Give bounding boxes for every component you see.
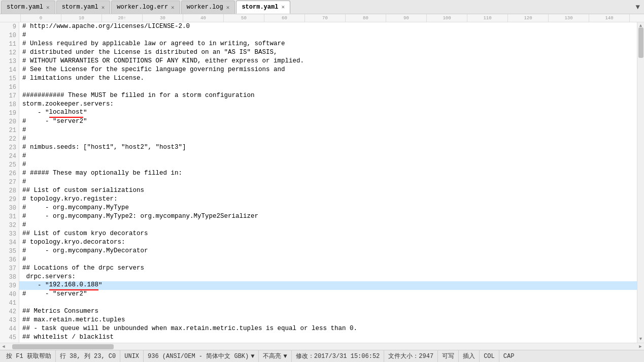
line-number: 11 [0, 40, 19, 48]
code-line[interactable]: ## whitelist / blacklist [19, 333, 637, 342]
code-line[interactable]: # [19, 178, 637, 186]
line-number: 26 [0, 169, 19, 178]
charset-dropdown-icon[interactable]: ▼ [251, 353, 254, 360]
hscroll-thumb[interactable] [12, 344, 114, 349]
line-number: 45 [0, 333, 19, 342]
code-line[interactable]: ## List of custom kryo decorators [19, 229, 637, 238]
code-line[interactable]: # - "server2" [19, 290, 637, 299]
tab-2-close[interactable]: ✕ [101, 4, 105, 11]
status-highlight[interactable]: 不高亮 ▼ [259, 350, 291, 362]
hscroll-right-arrow[interactable]: ▶ [637, 343, 644, 350]
tab-4-close[interactable]: ✕ [226, 4, 230, 11]
code-line[interactable]: # WITHOUT WARRANTIES OR CONDITIONS OF AN… [19, 57, 637, 65]
scrollbar-thumb[interactable] [638, 27, 643, 58]
line-number: 31 [0, 212, 19, 221]
code-line[interactable]: ## Metrics Consumers [19, 307, 637, 316]
tab-5-close[interactable]: ✕ [281, 4, 285, 10]
line-number: 36 [0, 255, 19, 264]
code-area[interactable]: # http://www.apache.org/licenses/LICENSE… [19, 22, 637, 343]
code-line[interactable]: # limitations under the License. [19, 74, 637, 83]
status-bar: 按 F1 获取帮助 行 38, 列 23, C0 UNIX 936 (ANSI/… [0, 350, 644, 362]
code-line[interactable]: storm.zookeeper.servers: [19, 100, 637, 109]
code-line[interactable]: # [19, 255, 637, 264]
tab-bar: storm.yaml ✕ storm.yaml ✕ worker.log.err… [0, 0, 644, 14]
code-line[interactable]: ## - task queue will be unbounded when m… [19, 324, 637, 333]
line-number: 28 [0, 186, 19, 195]
line-number: 9 [0, 22, 19, 31]
hscroll-bar[interactable]: ◀ ▶ [0, 343, 644, 350]
status-writeable: 可写 [438, 350, 459, 362]
line-number: 14 [0, 65, 19, 74]
hscroll-track[interactable] [7, 343, 637, 350]
code-line[interactable]: # distributed under the License is distr… [19, 48, 637, 57]
tab-2[interactable]: storm.yaml ✕ [56, 1, 111, 14]
line-number: 25 [0, 160, 19, 169]
code-line[interactable]: # - org.mycompany.MyDecorator [19, 247, 637, 255]
status-col: COL [480, 350, 499, 362]
code-line[interactable]: # [19, 126, 637, 135]
code-line[interactable]: # nimbus.seeds: ["host1", "host2", "host… [19, 143, 637, 152]
line-number: 19 [0, 109, 19, 117]
tab-1[interactable]: storm.yaml ✕ [1, 1, 55, 14]
hscroll-left-arrow[interactable]: ◀ [0, 343, 7, 350]
line-number: 27 [0, 178, 19, 186]
code-line[interactable]: # [19, 152, 637, 160]
code-line[interactable]: # [19, 221, 637, 229]
line-number: 16 [0, 83, 19, 91]
status-cap: CAP [499, 350, 519, 362]
code-line[interactable]: # [19, 31, 637, 40]
line-number: 33 [0, 229, 19, 238]
code-line[interactable]: # http://www.apache.org/licenses/LICENSE… [19, 22, 637, 31]
code-line[interactable]: # topology.kryo.decorators: [19, 238, 637, 247]
line-number: 40 [0, 290, 19, 299]
tab-more-button[interactable]: ▼ [633, 3, 643, 11]
status-modified: 修改：2017/3/31 15:06:52 [292, 350, 385, 362]
code-line[interactable] [19, 83, 637, 91]
line-number: 37 [0, 264, 19, 273]
code-line[interactable]: # topology.kryo.register: [19, 195, 637, 204]
highlight-dropdown-icon[interactable]: ▼ [283, 353, 287, 360]
code-line[interactable]: - "192.168.0.188" [19, 281, 637, 290]
scrollbar-down-arrow[interactable]: ▼ [637, 336, 644, 343]
line-number: 35 [0, 247, 19, 255]
code-line[interactable]: ## max.retain.metric.tuples [19, 316, 637, 324]
code-line[interactable]: ########### These MUST be filled in for … [19, 91, 637, 100]
status-filesize: 文件大小：2947 [384, 350, 438, 362]
code-line[interactable]: # Unless required by applicable law or a… [19, 40, 637, 48]
status-charset[interactable]: 936 (ANSI/OEM - 简体中文 GBK) ▼ [144, 350, 259, 362]
code-line[interactable]: ## List of custom serializations [19, 186, 637, 195]
code-line[interactable]: - "localhost" [19, 109, 637, 117]
code-line[interactable]: ## Locations of the drpc servers [19, 264, 637, 273]
tab-4[interactable]: worker.log ✕ [181, 1, 235, 14]
code-line[interactable]: # See the License for the specific langu… [19, 65, 637, 74]
code-line[interactable]: # - org.mycompany.MyType2: org.mycompany… [19, 212, 637, 221]
scrollbar-area[interactable]: ▲ ▼ [637, 22, 644, 343]
code-line[interactable]: # [19, 160, 637, 169]
line-number: 12 [0, 48, 19, 57]
code-line[interactable]: # ##### These may optionally be filled i… [19, 169, 637, 178]
line-number: 15 [0, 74, 19, 83]
line-number: 17 [0, 91, 19, 100]
line-number: 43 [0, 316, 19, 324]
code-line[interactable]: # - "server2" [19, 117, 637, 126]
line-number: 21 [0, 126, 19, 135]
tab-3-close[interactable]: ✕ [171, 4, 175, 11]
tab-5[interactable]: storm.yaml ✕ [236, 1, 290, 14]
status-help[interactable]: 按 F1 获取帮助 [2, 350, 56, 362]
line-number: 13 [0, 57, 19, 65]
code-line[interactable] [19, 299, 637, 307]
tab-3[interactable]: worker.log.err ✕ [111, 1, 180, 14]
line-number: 24 [0, 152, 19, 160]
line-number: 34 [0, 238, 19, 247]
status-encoding: UNIX [120, 350, 144, 362]
line-number: 39 [0, 281, 19, 290]
line-number: 18 [0, 100, 19, 109]
code-line[interactable]: ## - when none of configuration for metr… [19, 342, 637, 343]
line-number: 30 [0, 204, 19, 212]
code-line[interactable]: # - org.mycompany.MyType [19, 204, 637, 212]
ruler: 01020↑3040506070809010011012013014015016… [0, 14, 644, 22]
code-line[interactable]: # [19, 135, 637, 143]
line-number: 44 [0, 324, 19, 333]
tab-1-close[interactable]: ✕ [46, 4, 50, 11]
code-line[interactable]: drpc.servers: [19, 273, 637, 281]
